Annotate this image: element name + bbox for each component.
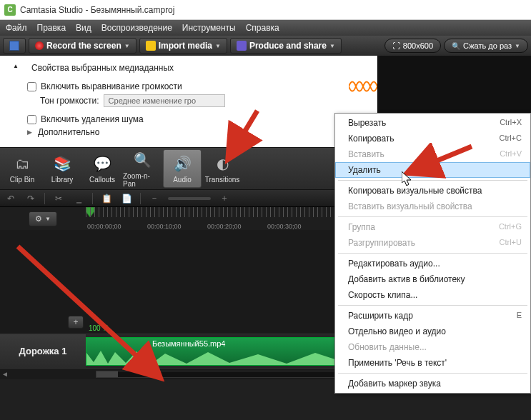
collapse-icon[interactable]: ▲ bbox=[13, 63, 19, 69]
ctx-cut[interactable]: ВырезатьCtrl+X bbox=[335, 115, 530, 131]
context-menu: ВырезатьCtrl+X КопироватьCtrl+C Вставить… bbox=[334, 113, 531, 394]
window-titlebar: C Camtasia Studio - Безымянный.camproj bbox=[0, 0, 531, 20]
tone-label: Тон громкости: bbox=[40, 96, 99, 106]
main-toolbar: Record the screen ▼ Import media ▼ Produ… bbox=[0, 36, 531, 56]
tab-zoom[interactable]: 🔍Zoom-n-Pan bbox=[123, 149, 162, 188]
add-track-button[interactable]: + bbox=[68, 316, 84, 329]
import-icon bbox=[146, 41, 156, 51]
ctx-edit-audio[interactable]: Редактировать аудио... bbox=[335, 256, 530, 271]
leveling-label: Включить выравнивание громкости bbox=[41, 81, 182, 91]
tab-label: Clip Bin bbox=[10, 176, 34, 184]
copy-button[interactable]: 📋 bbox=[100, 192, 113, 205]
track-label[interactable]: Дорожка 1 bbox=[0, 334, 86, 368]
menu-playback[interactable]: Воспроизведение bbox=[101, 23, 172, 33]
tab-clipbin[interactable]: 🗂Clip Bin bbox=[3, 149, 41, 188]
tone-select[interactable]: Среднее изменение гро bbox=[104, 94, 225, 107]
zoom-icon: 🔍 bbox=[132, 150, 152, 170]
split-button[interactable]: ⎯ bbox=[72, 192, 85, 205]
transitions-icon: ◐ bbox=[212, 154, 232, 174]
app-icon: C bbox=[4, 4, 16, 16]
shrink-button[interactable]: Сжать до раз ▼ bbox=[444, 39, 528, 53]
ctx-copy[interactable]: КопироватьCtrl+C bbox=[335, 131, 530, 146]
expand-icon: ⛶ bbox=[392, 41, 400, 50]
ctx-delete[interactable]: Удалить bbox=[335, 162, 530, 178]
ctx-add-asset[interactable]: Добавить актив в библиотеку bbox=[335, 271, 530, 287]
ctx-paste-visual: Вставить визуальный свойства bbox=[335, 199, 530, 214]
audio-icon: 🔊 bbox=[172, 154, 192, 174]
scrollbar-thumb[interactable] bbox=[96, 371, 118, 377]
clip-name: Безымянный55.mp4 bbox=[152, 339, 225, 348]
redo-button[interactable]: ↷ bbox=[24, 192, 37, 205]
menubar: Файл Правка Вид Воспроизведение Инструме… bbox=[0, 20, 531, 36]
library-icon: 📚 bbox=[52, 154, 72, 174]
advanced-label: Дополнительно bbox=[38, 127, 99, 137]
save-icon bbox=[9, 41, 19, 51]
save-button[interactable] bbox=[3, 38, 26, 54]
chevron-down-icon: ▼ bbox=[515, 43, 520, 49]
paste-button[interactable]: 📄 bbox=[120, 192, 133, 205]
menu-edit[interactable]: Правка bbox=[37, 23, 66, 33]
zoom-in-button[interactable]: ＋ bbox=[218, 192, 231, 205]
ctx-separate-av[interactable]: Отдельно видео и аудио bbox=[335, 324, 530, 339]
record-label: Record the screen bbox=[46, 41, 121, 51]
ruler-label: 00:00:30;00 bbox=[267, 223, 319, 230]
zoom-out-button[interactable]: － bbox=[148, 192, 161, 205]
ruler-label: 00:00:10;00 bbox=[147, 223, 199, 230]
leveling-checkbox[interactable] bbox=[27, 82, 36, 91]
ctx-copy-visual[interactable]: Копировать визуальные свойства bbox=[335, 183, 530, 199]
clip-volume-label: 100 % bbox=[89, 324, 109, 332]
tab-audio[interactable]: 🔊Audio bbox=[163, 149, 202, 188]
chevron-down-icon: ▼ bbox=[329, 43, 335, 49]
cut-button[interactable]: ✂ bbox=[52, 192, 65, 205]
tab-transitions[interactable]: ◐Transitions bbox=[203, 149, 242, 188]
chevron-down-icon: ▼ bbox=[215, 43, 221, 49]
dimensions-label: 800x600 bbox=[403, 41, 433, 50]
chevron-down-icon: ▼ bbox=[124, 43, 130, 49]
menu-tools[interactable]: Инструменты bbox=[182, 23, 236, 33]
window-title: Camtasia Studio - Безымянный.camproj bbox=[20, 5, 174, 15]
ctx-paste: ВставитьCtrl+V bbox=[335, 146, 530, 162]
menu-help[interactable]: Справка bbox=[246, 23, 279, 33]
import-label: Import media bbox=[159, 41, 212, 51]
ctx-ungroup: РазгруппироватьCtrl+U bbox=[335, 235, 530, 251]
ctx-add-marker[interactable]: Добавить маркер звука bbox=[335, 376, 530, 391]
record-button[interactable]: Record the screen ▼ bbox=[29, 38, 137, 54]
gear-icon: ⚙ bbox=[35, 214, 42, 224]
record-icon bbox=[35, 41, 44, 50]
tab-label: Library bbox=[51, 176, 74, 184]
ruler-label: 00:00:00;00 bbox=[87, 223, 139, 230]
ctx-extend-frame[interactable]: Расширить кадрE bbox=[335, 308, 530, 324]
shrink-label: Сжать до раз bbox=[463, 41, 512, 50]
clipbin-icon: 🗂 bbox=[12, 154, 32, 174]
produce-button[interactable]: Produce and share ▼ bbox=[230, 38, 342, 54]
undo-button[interactable]: ↶ bbox=[4, 192, 17, 205]
timeline-settings-button[interactable]: ⚙▼ bbox=[29, 211, 57, 226]
tab-library[interactable]: 📚Library bbox=[43, 149, 81, 188]
ruler-label: 00:00:20;00 bbox=[207, 223, 259, 230]
callouts-icon: 💬 bbox=[92, 154, 112, 174]
ctx-update-data: Обновить данные... bbox=[335, 339, 530, 355]
noise-checkbox[interactable] bbox=[27, 115, 36, 124]
noise-label: Включить удаления шума bbox=[41, 114, 144, 124]
ctx-clip-speed[interactable]: Скорость клипа... bbox=[335, 287, 530, 303]
menu-view[interactable]: Вид bbox=[76, 23, 91, 33]
tab-callouts[interactable]: 💬Callouts bbox=[83, 149, 121, 188]
zoom-slider[interactable] bbox=[168, 197, 211, 200]
expand-icon[interactable]: ▶ bbox=[27, 129, 32, 136]
menu-file[interactable]: Файл bbox=[6, 23, 27, 33]
tab-label: Callouts bbox=[89, 176, 115, 184]
tab-label: Zoom-n-Pan bbox=[123, 172, 162, 188]
tab-label: Transitions bbox=[205, 176, 240, 184]
scroll-left-icon[interactable]: ◄ bbox=[0, 369, 10, 379]
produce-icon bbox=[237, 41, 247, 51]
dimensions-display[interactable]: ⛶ 800x600 bbox=[384, 39, 441, 53]
import-button[interactable]: Import media ▼ bbox=[139, 38, 227, 54]
ctx-group: ГруппаCtrl+G bbox=[335, 219, 530, 235]
magnifier-icon bbox=[452, 41, 460, 50]
ctx-speech-text[interactable]: Применить 'Речь в текст' bbox=[335, 355, 530, 371]
produce-label: Produce and share bbox=[249, 41, 327, 51]
tab-label: Audio bbox=[173, 176, 192, 184]
